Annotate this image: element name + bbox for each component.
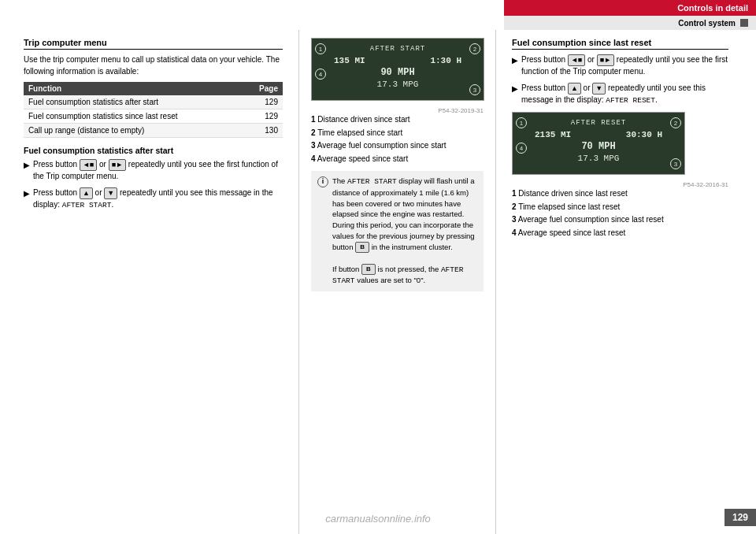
list-item: 3 Average fuel consumption since start bbox=[311, 140, 484, 152]
fuel-reset-heading: Fuel consumption since last reset bbox=[512, 38, 728, 50]
section-indicator-icon bbox=[740, 19, 748, 27]
numbered-list-start: 1 Distance driven since start2 Time elap… bbox=[311, 114, 484, 165]
right-column: Fuel consumption since last reset ▶ Pres… bbox=[496, 30, 740, 534]
circle-r2: 2 bbox=[670, 117, 681, 128]
header: Controls in detail Control system bbox=[0, 0, 756, 22]
list-item: 2 Time elapsed since start bbox=[311, 128, 484, 139]
list-item: 2 Time elapsed since last reset bbox=[512, 202, 728, 213]
mpg-reset: 17.3 MPG bbox=[578, 154, 620, 163]
bullet-text: Press button ▲ or ▼ repeatedly until you… bbox=[521, 83, 728, 106]
circle-3: 3 bbox=[469, 84, 480, 95]
table-header-page: Page bbox=[243, 82, 283, 95]
function-table: Function Page Fuel consumption statistic… bbox=[24, 82, 283, 138]
btn-b-icon: B bbox=[355, 242, 369, 253]
btn-down2-icon: ▼ bbox=[592, 83, 606, 95]
circle-4: 4 bbox=[315, 69, 326, 80]
list-item: 1 Distance driven since last reset bbox=[512, 188, 728, 200]
info-icon: i bbox=[317, 176, 328, 187]
list-item: 3 Average fuel consumption since last re… bbox=[512, 214, 728, 226]
btn-prev2-icon: ◄■ bbox=[568, 54, 585, 66]
bullet-arrow-icon: ▶ bbox=[24, 160, 30, 172]
section-title: Controls in detail bbox=[504, 0, 756, 16]
bullet-text: Press button ◄■ or ■► repeatedly until y… bbox=[521, 54, 728, 78]
circle-r3: 3 bbox=[670, 158, 681, 169]
btn-prev-icon: ◄■ bbox=[80, 159, 97, 171]
time-start: 1:30 H bbox=[430, 56, 461, 65]
photo-ref-reset: P54-32-2016-31 bbox=[512, 181, 728, 188]
bullet-arrow-icon: ▶ bbox=[512, 83, 518, 95]
trip-computer-heading: Trip computer menu bbox=[24, 38, 283, 50]
btn-next2-icon: ■► bbox=[597, 54, 614, 66]
bullet-text: Press button ▲ or ▼ repeatedly until you… bbox=[33, 187, 283, 211]
display-after-reset-title: AFTER RESET bbox=[521, 119, 676, 127]
table-cell-function: Fuel consumption statistics after start bbox=[24, 95, 243, 109]
table-cell-page: 129 bbox=[243, 95, 283, 109]
bullet-item: ▶ Press button ▲ or ▼ repeatedly until y… bbox=[24, 187, 283, 211]
table-cell-page: 129 bbox=[243, 109, 283, 124]
bullet-text: Press button ◄■ or ■► repeatedly until y… bbox=[33, 159, 283, 183]
display-after-start-title: AFTER START bbox=[320, 45, 476, 53]
btn-up2-icon: ▲ bbox=[568, 83, 581, 95]
bullet-arrow-icon: ▶ bbox=[512, 55, 518, 67]
table-header-function: Function bbox=[24, 82, 243, 95]
subsection-title: Control system bbox=[678, 19, 736, 28]
table-row: Fuel consumption statistics since last r… bbox=[24, 109, 283, 124]
bullet-item: ▶ Press button ◄■ or ■► repeatedly until… bbox=[512, 54, 728, 78]
table-row: Call up range (distance to empty)130 bbox=[24, 124, 283, 138]
numbered-list-reset: 1 Distance driven since last reset2 Time… bbox=[512, 188, 728, 239]
distance-start: 135 MI bbox=[334, 56, 365, 65]
info-box: i The AFTER START display will flash unt… bbox=[311, 171, 484, 291]
left-column: Trip computer menu Use the trip computer… bbox=[0, 30, 299, 534]
speed-start: 90 MPH bbox=[380, 67, 414, 78]
list-item: 4 Average speed since last reset bbox=[512, 228, 728, 239]
time-reset: 30:30 H bbox=[626, 130, 662, 139]
main-content: Trip computer menu Use the trip computer… bbox=[0, 30, 756, 534]
info-text: The AFTER START display will flash until… bbox=[332, 176, 477, 287]
list-item: 4 Average speed since start bbox=[311, 154, 484, 165]
circle-2: 2 bbox=[469, 43, 480, 54]
speed-reset: 70 MPH bbox=[581, 141, 615, 152]
btn-up-icon: ▲ bbox=[80, 187, 93, 199]
center-column: 1 2 3 4 AFTER START 135 MI 1:30 H 90 MPH… bbox=[299, 30, 496, 534]
bullet-item: ▶ Press button ▲ or ▼ repeatedly until y… bbox=[512, 83, 728, 106]
after-reset-display: 1 2 3 4 AFTER RESET 2135 MI 30:30 H 70 M… bbox=[512, 112, 685, 175]
table-cell-function: Fuel consumption statistics since last r… bbox=[24, 109, 243, 124]
after-start-display: 1 2 3 4 AFTER START 135 MI 1:30 H 90 MPH… bbox=[311, 38, 484, 101]
bullet-arrow-icon: ▶ bbox=[24, 188, 30, 200]
watermark: carmanualsonnline.info bbox=[325, 513, 431, 525]
subsection-bar: Control system bbox=[504, 16, 756, 30]
fuel-start-heading: Fuel consumption statistics after start bbox=[24, 146, 283, 155]
table-cell-function: Call up range (distance to empty) bbox=[24, 124, 243, 138]
table-row: Fuel consumption statistics after start1… bbox=[24, 95, 283, 109]
header-right: Controls in detail Control system bbox=[504, 0, 756, 30]
list-item: 1 Distance driven since start bbox=[311, 114, 484, 126]
page-number: 129 bbox=[724, 509, 756, 526]
btn-b2-icon: B bbox=[361, 264, 376, 275]
mpg-start: 17.3 MPG bbox=[377, 80, 419, 89]
intro-text: Use the trip computer menu to call up st… bbox=[24, 54, 283, 77]
bullet-item: ▶ Press button ◄■ or ■► repeatedly until… bbox=[24, 159, 283, 183]
table-cell-page: 130 bbox=[243, 124, 283, 138]
btn-down-icon: ▼ bbox=[104, 187, 117, 199]
distance-reset: 2135 MI bbox=[535, 130, 571, 139]
btn-next-icon: ■► bbox=[109, 159, 126, 171]
photo-ref-start: P54-32-2019-31 bbox=[311, 107, 484, 114]
circle-1: 1 bbox=[315, 43, 326, 54]
